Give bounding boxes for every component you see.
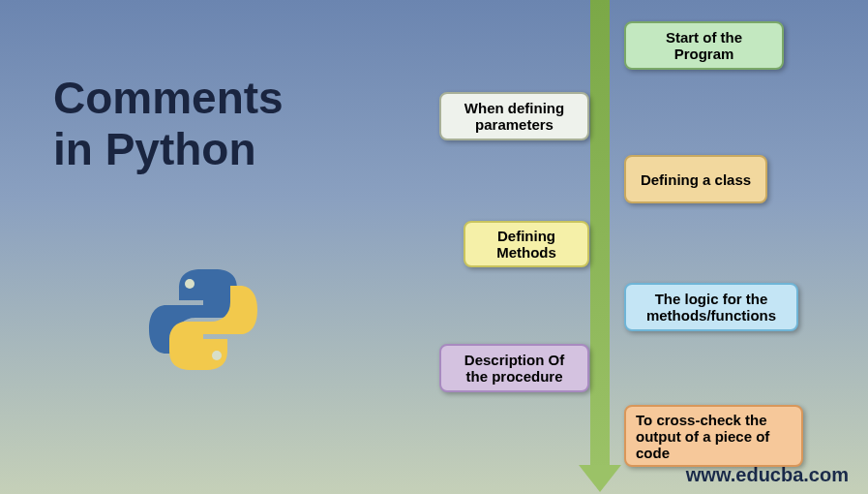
step-crosscheck-output: To cross-check the output of a piece of …	[624, 405, 803, 467]
step-defining-class: Defining a class	[624, 155, 767, 203]
svg-point-1	[212, 351, 222, 360]
title-line-1: Comments	[53, 73, 284, 124]
step-label: Description Of the procedure	[455, 352, 574, 385]
flow-arrow-head-icon	[579, 465, 621, 492]
step-logic-methods: The logic for the methods/functions	[624, 283, 798, 331]
step-description-procedure: Description Of the procedure	[439, 344, 589, 392]
step-label: When defining parameters	[455, 100, 574, 133]
flow-arrow-line	[590, 0, 610, 475]
step-label: Defining a class	[641, 171, 751, 188]
step-start-program: Start of the Program	[624, 21, 784, 70]
step-defining-methods: Defining Methods	[464, 221, 589, 267]
step-label: To cross-check the output of a piece of …	[636, 412, 792, 461]
step-label: Defining Methods	[479, 228, 574, 261]
step-label: Start of the Program	[640, 29, 768, 62]
title-line-2: in Python	[53, 124, 284, 175]
step-defining-parameters: When defining parameters	[439, 92, 589, 140]
page-title: Comments in Python	[53, 73, 284, 175]
svg-point-0	[185, 279, 195, 289]
step-label: The logic for the methods/functions	[640, 291, 783, 324]
python-logo-icon	[145, 262, 261, 378]
footer-url: www.educba.com	[686, 464, 849, 486]
